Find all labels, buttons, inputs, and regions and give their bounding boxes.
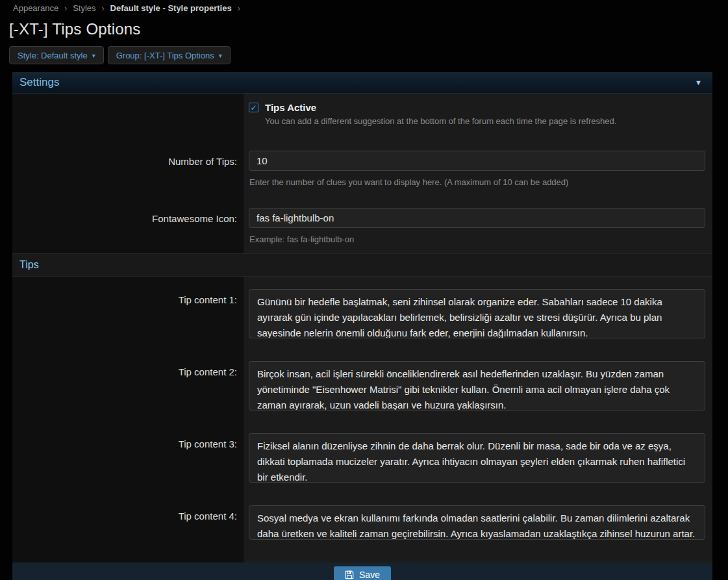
settings-section-header[interactable]: Settings ▼ <box>12 72 712 94</box>
style-properties-block: Settings ▼ ✓ Tips Active You can add a d… <box>12 72 712 580</box>
fontawesome-icon-control-cell: Example: fas fa-lightbulb-on <box>244 196 712 253</box>
tips-active-hint: You can add a different suggestion at th… <box>249 116 705 126</box>
style-select-label: Style: Default style <box>18 51 88 60</box>
tip-content-3-textarea[interactable]: Fiziksel alanın düzenliyse zihnin de dah… <box>249 433 705 483</box>
tip-content-2-textarea[interactable]: Birçok insan, acil işleri sürekli önceli… <box>249 361 705 410</box>
number-of-tips-control-cell: Enter the number of clues you want to di… <box>244 139 712 196</box>
tip-content-3-row: Tip content 3: Fiziksel alanın düzenliys… <box>12 421 712 493</box>
tip-content-2-control-cell: Birçok insan, acil işleri sürekli önceli… <box>244 349 712 421</box>
tip-content-3-control-cell: Fiziksel alanın düzenliyse zihnin de dah… <box>244 421 712 493</box>
tip-content-2-label: Tip content 2: <box>12 349 244 421</box>
chevron-down-icon: ▾ <box>219 52 222 59</box>
tip-content-4-control-cell: Sosyal medya ve ekran kullanımı farkında… <box>244 493 712 562</box>
group-select-button[interactable]: Group: [-XT-] Tips Options ▾ <box>108 46 231 64</box>
breadcrumb-separator-icon: › <box>102 4 105 13</box>
breadcrumb-style-properties[interactable]: Default style - Style properties <box>110 3 232 13</box>
tip-content-4-row: Tip content 4: Sosyal medya ve ekran kul… <box>12 493 712 562</box>
tip-content-1-control-cell: Gününü bir hedefle başlatmak, seni zihin… <box>244 277 712 349</box>
number-of-tips-row: Number of Tips: Enter the number of clue… <box>12 139 712 196</box>
number-of-tips-label: Number of Tips: <box>12 139 244 196</box>
settings-section-title: Settings <box>19 76 59 89</box>
tips-active-control-cell: ✓ Tips Active You can add a different su… <box>244 94 712 139</box>
toolbar: Style: Default style ▾ Group: [-XT-] Tip… <box>9 46 728 64</box>
fontawesome-icon-row: Fontawesome Icon: Example: fas fa-lightb… <box>12 196 712 253</box>
tip-content-2-row: Tip content 2: Birçok insan, acil işleri… <box>12 349 712 421</box>
breadcrumb-separator-icon: › <box>64 4 67 13</box>
tips-active-row: ✓ Tips Active You can add a different su… <box>12 94 712 139</box>
admin-style-properties-page: Appearance › Styles › Default style - St… <box>0 0 728 580</box>
tips-section-header: Tips <box>12 253 712 277</box>
collapse-chevron-icon[interactable]: ▼ <box>695 79 702 86</box>
tip-content-4-textarea[interactable]: Sosyal medya ve ekran kullanımı farkında… <box>249 505 705 540</box>
style-select-button[interactable]: Style: Default style ▾ <box>9 46 104 64</box>
tips-active-checkbox[interactable]: ✓ <box>249 103 258 112</box>
chevron-down-icon: ▾ <box>92 52 95 59</box>
save-button[interactable]: Save <box>334 566 391 580</box>
number-of-tips-input[interactable] <box>249 151 705 171</box>
tips-section-title: Tips <box>19 259 39 271</box>
checkmark-icon: ✓ <box>250 104 257 112</box>
tip-content-1-row: Tip content 1: Gününü bir hedefle başlat… <box>12 277 712 349</box>
group-select-label: Group: [-XT-] Tips Options <box>116 51 214 60</box>
tip-content-4-label: Tip content 4: <box>12 493 244 562</box>
tips-active-label-cell <box>12 94 244 139</box>
tips-active-option[interactable]: ✓ Tips Active <box>249 102 705 113</box>
page-title: [-XT-] Tips Options <box>9 20 728 38</box>
breadcrumb-appearance[interactable]: Appearance <box>13 3 58 13</box>
tips-active-label: Tips Active <box>265 102 316 113</box>
breadcrumb: Appearance › Styles › Default style - St… <box>0 0 728 13</box>
fontawesome-icon-hint: Example: fas fa-lightbulb-on <box>249 234 705 244</box>
save-bar: Save <box>12 562 712 580</box>
breadcrumb-styles[interactable]: Styles <box>73 3 95 13</box>
tip-content-1-label: Tip content 1: <box>12 277 244 349</box>
number-of-tips-hint: Enter the number of clues you want to di… <box>249 177 705 187</box>
save-button-label: Save <box>359 570 380 580</box>
save-icon <box>345 570 354 579</box>
fontawesome-icon-input[interactable] <box>249 208 705 228</box>
tip-content-3-label: Tip content 3: <box>12 421 244 493</box>
fontawesome-icon-label: Fontawesome Icon: <box>12 196 244 253</box>
tip-content-1-textarea[interactable]: Gününü bir hedefle başlatmak, seni zihin… <box>249 289 705 338</box>
breadcrumb-separator-icon: › <box>238 4 240 13</box>
